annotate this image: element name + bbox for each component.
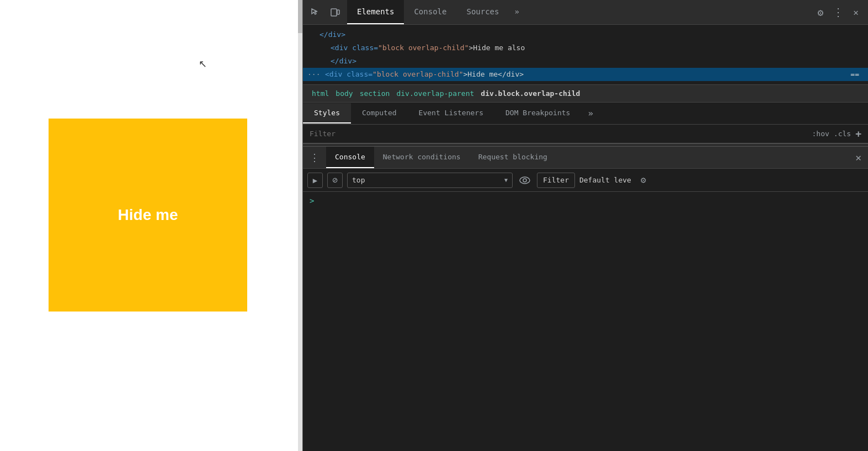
console-panel: ⋮ Console Network conditions Request blo… xyxy=(303,147,868,451)
svg-point-2 xyxy=(520,177,530,184)
tag-content: >Hide me also xyxy=(468,44,525,52)
tag-content-selected: >Hide me</div> xyxy=(463,70,524,78)
svg-point-3 xyxy=(523,179,526,182)
yellow-box: Hide me xyxy=(49,119,247,312)
devtools-tabs: Elements Console Sources » xyxy=(347,0,808,24)
console-tab-console[interactable]: Console xyxy=(326,147,374,168)
console-prompt: > xyxy=(310,196,314,205)
tag-text: </div> xyxy=(319,30,345,39)
elements-panel: </div> <div class="block overlap-child">… xyxy=(303,25,868,85)
tab-elements[interactable]: Elements xyxy=(347,0,404,24)
html-line[interactable]: <div class="block overlap-child">Hide me… xyxy=(303,41,868,55)
breadcrumb-html[interactable]: html xyxy=(310,88,331,99)
default-level-text: Default leve xyxy=(579,176,631,184)
filter-right: :hov .cls + xyxy=(812,128,861,139)
cursor-icon: ↖ xyxy=(199,58,205,68)
console-settings-button[interactable]: ⚙ xyxy=(636,173,651,188)
console-eye-button[interactable] xyxy=(517,173,532,188)
tab-dom-breakpoints[interactable]: DOM Breakpoints xyxy=(494,103,581,124)
console-play-button[interactable]: ▶ xyxy=(307,173,323,188)
yellow-box-text: Hide me xyxy=(118,206,178,224)
tab-more-inspector[interactable]: » xyxy=(581,103,600,124)
hov-button[interactable]: :hov xyxy=(812,130,829,138)
console-filter-button[interactable]: Filter xyxy=(537,173,575,188)
tag-close: </div> xyxy=(331,57,356,65)
filter-bar: :hov .cls + xyxy=(303,125,868,143)
breadcrumb-overlap-child[interactable]: div.block.overlap-child xyxy=(478,88,582,99)
html-line[interactable]: </div> xyxy=(303,28,868,41)
tab-computed[interactable]: Computed xyxy=(351,103,408,124)
breadcrumb-overlap-parent[interactable]: div.overlap-parent xyxy=(394,88,476,99)
toolbar-icons xyxy=(303,4,347,20)
left-scrollbar[interactable] xyxy=(298,0,302,451)
svg-rect-1 xyxy=(337,10,339,14)
device-icon[interactable] xyxy=(327,4,343,20)
add-style-rule-button[interactable]: + xyxy=(855,128,861,139)
tab-styles[interactable]: Styles xyxy=(303,103,351,124)
tag-open-selected: <div class= xyxy=(325,70,372,78)
console-content: > xyxy=(303,192,868,451)
console-tab-network-conditions[interactable]: Network conditions xyxy=(374,147,470,168)
attr-value: "block overlap-child" xyxy=(378,44,468,52)
filter-input[interactable] xyxy=(310,130,812,138)
console-block-button[interactable]: ⊘ xyxy=(327,173,343,188)
console-context-select[interactable]: top ▼ xyxy=(347,173,513,188)
console-toolbar: ▶ ⊘ top ▼ Filter Default leve ⚙ xyxy=(303,169,868,192)
html-line-selected[interactable]: ··· <div class="block overlap-child">Hid… xyxy=(303,68,868,81)
console-tab-request-blocking[interactable]: Request blocking xyxy=(470,147,556,168)
more-options-icon[interactable]: ⋮ xyxy=(830,4,846,20)
console-tabs-bar: ⋮ Console Network conditions Request blo… xyxy=(303,147,868,169)
console-menu-icon[interactable]: ⋮ xyxy=(303,152,326,163)
devtools-panel: Elements Console Sources » ⚙ ⋮ ✕ xyxy=(303,0,868,451)
tab-console[interactable]: Console xyxy=(404,0,456,24)
console-close-button[interactable]: ✕ xyxy=(849,152,868,163)
webpage-preview: ↖ Hide me xyxy=(0,0,303,451)
breadcrumb-bar: html body section div.overlap-parent div… xyxy=(303,85,868,103)
html-line[interactable]: </div> xyxy=(303,55,868,68)
inspector-tabs: Styles Computed Event Listeners DOM Brea… xyxy=(303,103,868,125)
attr-value-selected: "block overlap-child" xyxy=(372,70,463,78)
tag-open: <div class= xyxy=(331,44,378,52)
tab-more[interactable]: » xyxy=(509,0,524,24)
tab-sources[interactable]: Sources xyxy=(456,0,509,24)
devtools-toolbar: Elements Console Sources » ⚙ ⋮ ✕ xyxy=(303,0,868,25)
breadcrumb-section[interactable]: section xyxy=(358,88,392,99)
left-scrollbar-thumb[interactable] xyxy=(298,0,302,33)
breadcrumb-body[interactable]: body xyxy=(333,88,355,99)
svg-rect-0 xyxy=(331,9,337,16)
tab-event-listeners[interactable]: Event Listeners xyxy=(408,103,494,124)
inspect-icon[interactable] xyxy=(307,4,323,20)
cls-button[interactable]: .cls xyxy=(834,130,851,138)
ellipsis-icon: ··· xyxy=(307,68,320,80)
close-devtools-icon[interactable]: ✕ xyxy=(848,4,864,20)
equals-sign: == xyxy=(850,68,859,80)
toolbar-right-icons: ⚙ ⋮ ✕ xyxy=(808,4,868,20)
settings-icon[interactable]: ⚙ xyxy=(813,4,828,20)
panel-divider xyxy=(303,143,868,147)
